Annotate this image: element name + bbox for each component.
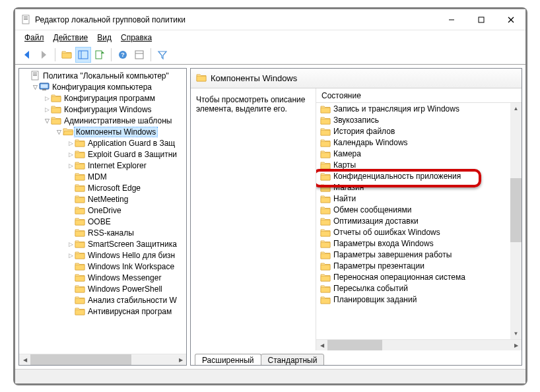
tree-item-label: Антивирусная програм: [86, 307, 173, 316]
list-item-label: Запись и трансляция игр Windows: [333, 104, 459, 114]
tree-item-label: Windows Ink Workspace: [86, 262, 176, 271]
minimize-button[interactable]: [436, 9, 466, 30]
list-vscroll[interactable]: ▲ ▼: [510, 103, 522, 339]
tree-item[interactable]: OneDrive: [19, 205, 186, 216]
column-header-state[interactable]: Состояние: [316, 88, 522, 103]
menu-help[interactable]: Справка: [117, 32, 156, 44]
scroll-right-icon[interactable]: ▶: [510, 340, 522, 351]
tree-components-windows[interactable]: Компоненты Windows: [19, 126, 186, 137]
list-item[interactable]: Звукозапись: [316, 114, 522, 125]
toolbar: ?: [15, 45, 525, 65]
tree-config-windows[interactable]: Конфигурация Windows: [19, 104, 186, 115]
export-button[interactable]: [92, 47, 108, 63]
properties-button[interactable]: [131, 47, 147, 63]
list-item[interactable]: Запись и трансляция игр Windows: [316, 103, 522, 114]
tree-item[interactable]: Windows Messenger: [19, 272, 186, 283]
tree-item-label: NetMeeting: [86, 195, 129, 204]
tree-item[interactable]: Windows Hello для бизн: [19, 249, 186, 261]
list-item[interactable]: Обмен сообщениями: [316, 204, 522, 215]
folder-icon: [320, 183, 331, 192]
tree-item[interactable]: Windows PowerShell: [19, 283, 186, 294]
list-item[interactable]: Календарь Windows: [316, 137, 522, 148]
tree-item[interactable]: Exploit Guard в Защитни: [19, 148, 186, 160]
tree-item[interactable]: OOBE: [19, 216, 186, 227]
list-item[interactable]: Магазин: [316, 181, 522, 193]
tree-config-programs[interactable]: Конфигурация программ: [19, 92, 186, 104]
tab-standard[interactable]: Стандартный: [261, 354, 325, 366]
list-item-label: Обмен сообщениями: [333, 205, 411, 214]
tree-item-label: SmartScreen Защитника: [86, 240, 178, 249]
details-view-button[interactable]: [75, 47, 91, 63]
tree-item[interactable]: SmartScreen Защитника: [19, 238, 186, 249]
scroll-right-icon[interactable]: ▶: [175, 354, 186, 366]
list-item[interactable]: История файлов: [316, 125, 522, 137]
filter-button[interactable]: [154, 47, 170, 63]
tree-admin-templates[interactable]: Административные шаблоны: [19, 115, 186, 126]
tree-item-label: Windows Messenger: [86, 273, 162, 282]
tree-item[interactable]: Microsoft Edge: [19, 182, 186, 193]
tree-item-label: Internet Explorer: [86, 161, 148, 170]
folder-icon: [320, 216, 331, 226]
list-hscroll[interactable]: ◀ ▶: [316, 339, 522, 350]
svg-rect-16: [135, 51, 143, 59]
list-item[interactable]: Оптимизация доставки: [316, 215, 522, 226]
list-body[interactable]: Запись и трансляция игр WindowsЗвукозапи…: [316, 103, 522, 339]
tab-extended[interactable]: Расширенный: [195, 354, 261, 366]
tree-computer-config[interactable]: Конфигурация компьютера: [19, 81, 186, 92]
folder-icon: [320, 228, 331, 237]
scroll-down-icon[interactable]: ▼: [510, 328, 522, 339]
app-icon: [20, 15, 31, 25]
folder-icon: [320, 149, 331, 158]
scroll-up-icon[interactable]: ▲: [510, 103, 522, 114]
folder-icon: [320, 250, 331, 259]
tree-item-label: Windows PowerShell: [86, 284, 164, 294]
list-item-label: Пересылка событий: [333, 284, 408, 293]
close-button[interactable]: [496, 9, 525, 30]
list-item[interactable]: Параметры завершения работы: [316, 249, 522, 260]
folder-icon: [320, 127, 331, 136]
folder-icon: [320, 160, 331, 170]
list-item[interactable]: Камера: [316, 148, 522, 159]
list-item-label: Конфиденциальность приложения: [333, 172, 461, 181]
folder-icon: [320, 284, 331, 293]
scroll-left-icon[interactable]: ◀: [316, 340, 327, 351]
titlebar[interactable]: Редактор локальной групповой политики: [15, 9, 525, 30]
list-item[interactable]: Планировщик заданий: [316, 294, 522, 305]
folder-icon: [320, 295, 331, 304]
list-item[interactable]: Переносная операционная система: [316, 271, 522, 282]
list-item[interactable]: Карты: [316, 159, 522, 170]
tree-item[interactable]: RSS-каналы: [19, 227, 186, 238]
show-tree-button[interactable]: [59, 47, 75, 63]
list-item[interactable]: Параметры презентации: [316, 260, 522, 271]
menu-action[interactable]: Действие: [50, 32, 92, 44]
tree-item[interactable]: Windows Ink Workspace: [19, 261, 186, 272]
list-item[interactable]: Конфиденциальность приложения: [316, 170, 522, 181]
list-item-label: Магазин: [333, 183, 364, 192]
tree-item-label: Exploit Guard в Защитни: [86, 150, 178, 159]
tree-item[interactable]: NetMeeting: [19, 193, 186, 205]
tree-pane: Политика "Локальный компьютер" Конфигура…: [18, 68, 187, 366]
menu-view[interactable]: Вид: [93, 32, 116, 44]
tree-root[interactable]: Политика "Локальный компьютер": [19, 70, 186, 81]
back-button[interactable]: [19, 47, 35, 63]
list-item[interactable]: Параметры входа Windows: [316, 238, 522, 249]
forward-button[interactable]: [36, 47, 51, 63]
folder-icon: [320, 239, 331, 248]
tree-item[interactable]: Анализ стабильности W: [19, 294, 186, 306]
scroll-left-icon[interactable]: ◀: [19, 354, 30, 366]
tree-item-label: OneDrive: [86, 206, 123, 215]
maximize-button[interactable]: [466, 9, 496, 30]
tree-item[interactable]: Антивирусная програм: [19, 306, 186, 317]
list-item-label: Параметры презентации: [333, 261, 424, 271]
list-item[interactable]: Найти: [316, 193, 522, 204]
tree-item[interactable]: Application Guard в Защ: [19, 137, 186, 148]
help-button[interactable]: ?: [115, 47, 131, 63]
tree-item[interactable]: MDM: [19, 171, 186, 182]
folder-icon: [320, 261, 331, 271]
list-item[interactable]: Отчеты об ошибках Windows: [316, 226, 522, 238]
list-item[interactable]: Пересылка событий: [316, 282, 522, 294]
tree-item[interactable]: Internet Explorer: [19, 160, 186, 171]
tree-body[interactable]: Политика "Локальный компьютер" Конфигура…: [19, 69, 186, 354]
menu-file[interactable]: Файл: [20, 32, 48, 44]
tree-hscroll[interactable]: ◀ ▶: [19, 354, 186, 365]
